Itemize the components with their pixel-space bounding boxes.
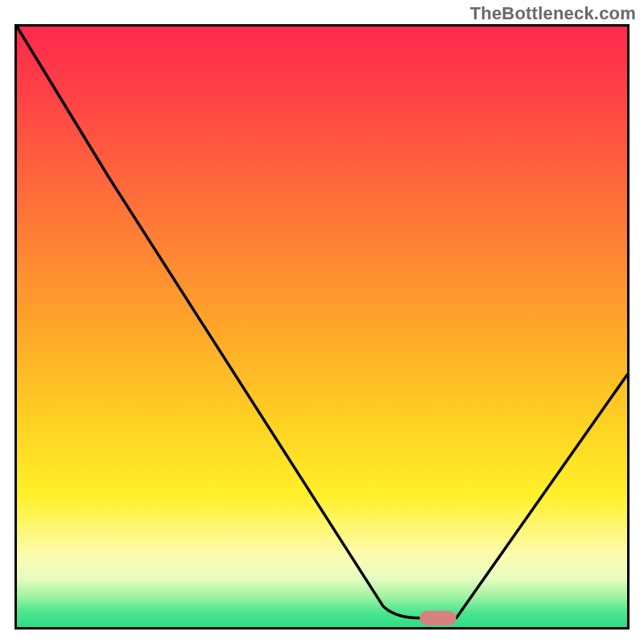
chart-canvas: TheBottleneck.com <box>0 0 644 644</box>
bottleneck-curve-svg <box>17 27 627 627</box>
optimal-region-pill <box>419 611 456 625</box>
bottleneck-curve <box>17 27 627 618</box>
attribution-text: TheBottleneck.com <box>470 3 636 24</box>
plot-area <box>14 24 630 630</box>
